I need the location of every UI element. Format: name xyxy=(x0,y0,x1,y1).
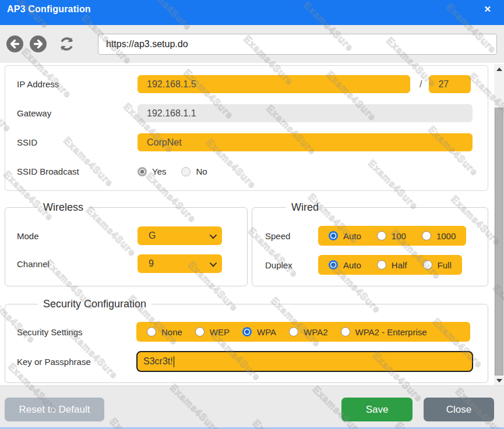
radio-icon[interactable] xyxy=(138,167,147,176)
radio-label: WPA2 xyxy=(304,327,327,337)
speed-radio-group: Auto1001000 xyxy=(318,226,466,246)
window-title: AP3 Configuration xyxy=(7,4,91,15)
wired-legend: Wired xyxy=(286,201,324,214)
scroll-down-icon[interactable] xyxy=(494,375,504,385)
ssid-broadcast-row: SSID Broadcast YesNo xyxy=(17,162,477,180)
radio-label: None xyxy=(161,327,182,337)
key-passphrase-row: Key or Passphrase S3cr3t! xyxy=(17,351,488,372)
security-configuration-legend: Security Configuration xyxy=(38,298,151,310)
url-input[interactable]: https://ap3.setup.do xyxy=(98,34,497,55)
ip-address-label: IP Address xyxy=(17,79,138,89)
titlebar: AP3 Configuration ✕ xyxy=(0,0,504,25)
scrollbar-thumb[interactable] xyxy=(495,108,503,375)
browser-toolbar: https://ap3.setup.do xyxy=(0,25,504,63)
ssid-broadcast-label: SSID Broadcast xyxy=(17,166,138,176)
channel-label: Channel xyxy=(17,259,138,269)
security-settings-label: Security Settings xyxy=(17,327,136,337)
speed-row: Speed Auto1001000 xyxy=(265,226,488,246)
radio-icon[interactable] xyxy=(377,231,386,240)
network-settings-card: IP Address 192.168.1.5 / 27 Gateway 192.… xyxy=(5,65,488,191)
radio-icon[interactable] xyxy=(329,231,338,240)
vertical-scrollbar[interactable] xyxy=(494,64,504,385)
scroll-up-icon[interactable] xyxy=(494,64,504,74)
radio-label: Auto xyxy=(343,231,361,241)
radio-option-none[interactable]: None xyxy=(147,327,182,337)
back-icon[interactable] xyxy=(6,35,24,53)
radio-icon[interactable] xyxy=(147,327,156,336)
mode-label: Mode xyxy=(17,231,138,241)
radio-option-wpa2-enterprise[interactable]: WPA2 - Enterprise xyxy=(341,327,427,337)
security-settings-row: Security Settings NoneWEPWPAWPA2WPA2 - E… xyxy=(17,322,488,342)
radio-icon[interactable] xyxy=(195,327,205,336)
radio-icon[interactable] xyxy=(329,260,338,270)
duplex-radio-group: AutoHalfFull xyxy=(318,255,462,275)
ssid-row: SSID CorpNet xyxy=(17,133,477,151)
mode-select[interactable]: G xyxy=(138,226,222,245)
gateway-label: Gateway xyxy=(17,108,138,118)
radio-option-yes[interactable]: Yes xyxy=(138,166,166,176)
ssid-label: SSID xyxy=(17,137,138,147)
radio-icon[interactable] xyxy=(181,167,191,176)
mode-row: Mode G xyxy=(17,226,247,245)
footer-bar: Reset to Default Save Close xyxy=(0,385,504,429)
radio-label: WEP xyxy=(210,327,230,337)
security-settings-radio-group: NoneWEPWPAWPA2WPA2 - Enterprise xyxy=(136,322,470,342)
close-button[interactable]: Close xyxy=(424,398,494,421)
radio-option-1000[interactable]: 1000 xyxy=(422,231,456,241)
url-text: https://ap3.setup.do xyxy=(106,39,188,49)
cidr-prefix-input[interactable]: 27 xyxy=(429,75,471,93)
chevron-down-icon xyxy=(210,231,217,239)
security-configuration-section: Security Configuration Security Settings… xyxy=(5,298,488,383)
text-cursor xyxy=(174,356,175,367)
radio-option-half[interactable]: Half xyxy=(377,260,407,270)
duplex-row: Duplex AutoHalfFull xyxy=(265,255,488,275)
page-content: IP Address 192.168.1.5 / 27 Gateway 192.… xyxy=(0,63,494,385)
radio-icon[interactable] xyxy=(289,327,298,336)
ap3-configuration-window: AP3 Configuration ✕ https://ap3.se xyxy=(0,0,504,429)
radio-label: WPA2 - Enterprise xyxy=(355,327,427,337)
radio-label: No xyxy=(196,166,207,176)
ip-address-value: 192.168.1.5 xyxy=(147,79,196,90)
radio-option-full[interactable]: Full xyxy=(423,260,452,270)
wired-section: Wired Speed Auto1001000 Duplex AutoHalfF… xyxy=(252,201,488,286)
close-icon[interactable]: ✕ xyxy=(479,4,496,15)
chevron-down-icon xyxy=(210,259,217,267)
save-button[interactable]: Save xyxy=(341,398,413,421)
speed-label: Speed xyxy=(265,231,318,241)
radio-option-wep[interactable]: WEP xyxy=(195,327,230,337)
radio-option-auto[interactable]: Auto xyxy=(329,231,361,241)
radio-label: Auto xyxy=(343,260,361,270)
gateway-input: 192.168.1.1 xyxy=(138,104,473,122)
channel-select[interactable]: 9 xyxy=(138,254,222,273)
key-passphrase-label: Key or Passphrase xyxy=(17,357,136,367)
radio-option-wpa[interactable]: WPA xyxy=(242,327,276,337)
radio-icon[interactable] xyxy=(423,260,432,270)
gateway-row: Gateway 192.168.1.1 xyxy=(17,104,477,122)
radio-label: Half xyxy=(392,260,407,270)
radio-option-no[interactable]: No xyxy=(181,166,207,176)
radio-label: Full xyxy=(438,260,452,270)
cidr-prefix-value: 27 xyxy=(438,79,449,90)
refresh-icon[interactable] xyxy=(57,34,76,54)
radio-icon[interactable] xyxy=(422,231,431,240)
radio-option-wpa2[interactable]: WPA2 xyxy=(289,327,327,337)
radio-option-auto[interactable]: Auto xyxy=(329,260,361,270)
radio-icon[interactable] xyxy=(377,260,386,270)
reset-to-default-button[interactable]: Reset to Default xyxy=(5,398,104,421)
wireless-legend: Wireless xyxy=(38,201,89,214)
duplex-label: Duplex xyxy=(265,260,318,270)
radio-label: Yes xyxy=(152,166,166,176)
ssid-broadcast-radio-group: YesNo xyxy=(138,166,207,176)
key-passphrase-input[interactable]: S3cr3t! xyxy=(136,351,473,372)
ip-address-input[interactable]: 192.168.1.5 xyxy=(138,75,410,93)
channel-row: Channel 9 xyxy=(17,254,247,273)
ssid-input[interactable]: CorpNet xyxy=(138,133,473,151)
key-passphrase-value: S3cr3t! xyxy=(143,356,173,367)
radio-icon[interactable] xyxy=(341,327,350,336)
radio-option-100[interactable]: 100 xyxy=(377,231,406,241)
ip-address-row: IP Address 192.168.1.5 / 27 xyxy=(17,75,477,93)
gateway-value: 192.168.1.1 xyxy=(147,108,196,119)
channel-value: 9 xyxy=(149,258,154,269)
forward-icon[interactable] xyxy=(29,35,47,53)
radio-icon[interactable] xyxy=(242,327,252,336)
